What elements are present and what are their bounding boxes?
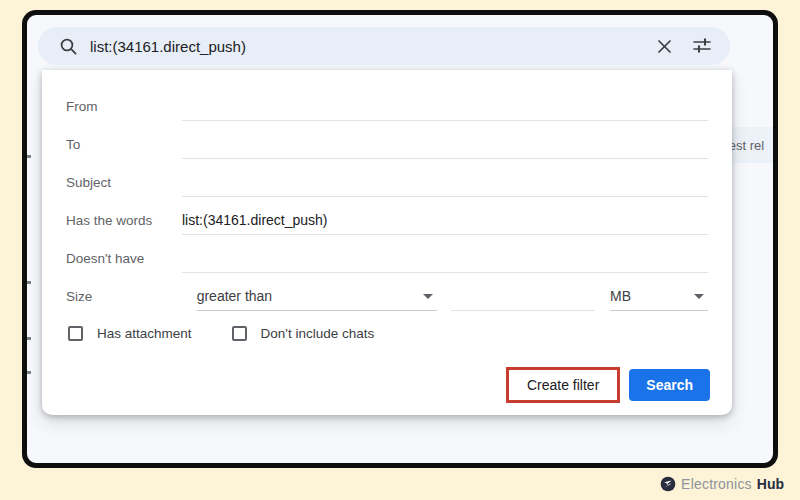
search-button[interactable]: Search	[629, 369, 710, 401]
chevron-down-icon	[694, 294, 704, 299]
search-filter-panel: From To Subject Has the words list:(3416…	[42, 70, 732, 415]
filter-row-doesnt-have: Doesn't have	[42, 235, 732, 273]
size-unit-select[interactable]: MB	[610, 288, 708, 311]
size-unit-value: MB	[610, 288, 631, 304]
has-attachment-label: Has attachment	[97, 326, 192, 341]
gmail-search-bar[interactable]: list:(34161.direct_push)	[38, 27, 730, 65]
filter-row-size: Size greater than MB	[42, 273, 732, 311]
red-highlight-annotation: Create filter	[506, 367, 620, 403]
brand-name-bold: Hub	[757, 476, 784, 492]
filter-row-from: From	[42, 83, 732, 121]
screenshot-canvas: { "search_bar": { "query": "list:(34161.…	[0, 0, 800, 500]
filter-panel-actions: Create filter Search	[42, 367, 732, 403]
size-value-input[interactable]	[451, 284, 595, 311]
subject-input[interactable]	[182, 177, 708, 197]
chevron-down-icon	[423, 294, 433, 299]
clipped-sidebar-fragment	[27, 155, 31, 158]
clear-search-icon[interactable]	[650, 32, 678, 60]
size-comparator-value: greater than	[197, 288, 273, 304]
clipped-sidebar-fragment	[27, 337, 31, 340]
to-label: To	[66, 137, 182, 159]
size-comparator-select[interactable]: greater than	[197, 288, 437, 311]
clipped-sidebar-fragment	[27, 281, 31, 284]
filter-row-subject: Subject	[42, 159, 732, 197]
has-words-label: Has the words	[66, 213, 182, 235]
brand-name-light: Electronics	[681, 476, 752, 492]
doesnt-have-label: Doesn't have	[66, 251, 182, 273]
screenshot-frame: latest rel list:(34161.direct_push)	[22, 10, 778, 468]
filter-row-has-words: Has the words list:(34161.direct_push)	[42, 197, 732, 235]
size-label: Size	[66, 289, 182, 311]
filter-row-checkboxes: Has attachment Don't include chats	[42, 313, 732, 353]
has-attachment-checkbox[interactable]	[68, 326, 83, 341]
has-words-input[interactable]: list:(34161.direct_push)	[182, 212, 708, 235]
clipped-sidebar-fragment	[27, 371, 31, 374]
dont-include-chats-label: Don't include chats	[261, 326, 375, 341]
subject-label: Subject	[66, 175, 182, 197]
search-query-text[interactable]: list:(34161.direct_push)	[90, 38, 650, 55]
search-icon[interactable]	[54, 32, 82, 60]
from-input[interactable]	[182, 101, 708, 121]
tune-filter-icon[interactable]	[688, 32, 716, 60]
create-filter-button[interactable]: Create filter	[523, 374, 603, 396]
filter-row-to: To	[42, 121, 732, 159]
branding-footer: Electronics Hub	[660, 476, 784, 492]
from-label: From	[66, 99, 182, 121]
to-input[interactable]	[182, 139, 708, 159]
electronics-hub-logo-icon	[660, 476, 676, 492]
dont-include-chats-checkbox[interactable]	[232, 326, 247, 341]
doesnt-have-input[interactable]	[182, 253, 708, 273]
